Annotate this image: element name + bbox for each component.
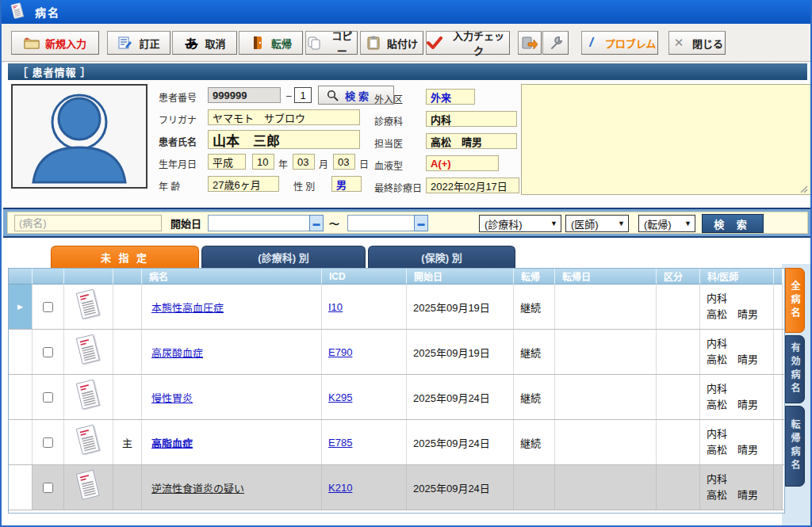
disease-name-link[interactable]: 本態性高血圧症: [151, 300, 224, 315]
table-row[interactable]: 逆流性食道炎の疑い K210 2025年09月24日 内科高松 晴男: [9, 465, 784, 510]
settings-wrench-button[interactable]: [542, 31, 569, 55]
table-row[interactable]: ▶ 本態性高血圧症 I10 2025年09月19日 継続 内科高松 晴男: [9, 285, 784, 330]
patient-name-label: 患者氏名: [159, 135, 197, 148]
disease-name-link[interactable]: 慢性胃炎: [151, 390, 193, 405]
disease-name-link[interactable]: 高尿酸血症: [151, 345, 203, 360]
side-tab-all-diseases[interactable]: 全病名: [785, 268, 805, 333]
kana-label: フリガナ: [159, 113, 197, 126]
visit-type-field[interactable]: 外来: [426, 89, 475, 105]
tab-unspecified[interactable]: 未 指 定: [51, 246, 199, 268]
insurance-form-icon[interactable]: [74, 469, 104, 506]
icd-cell: K295: [322, 375, 407, 419]
start-date-from-input[interactable]: [208, 215, 309, 231]
department-select[interactable]: (診療科)▼: [479, 215, 561, 232]
year-suffix: 年: [278, 157, 288, 170]
row-selector[interactable]: [9, 420, 33, 464]
branch-number-field[interactable]: 1: [294, 87, 312, 103]
disease-search-button[interactable]: 検 索: [702, 214, 764, 233]
birth-year-field[interactable]: 10: [252, 154, 274, 170]
start-date-to-picker: ▬: [347, 215, 428, 231]
row-selector[interactable]: ▶: [9, 285, 33, 329]
dept-doctor-cell: 内科高松 晴男: [700, 285, 774, 329]
input-check-button[interactable]: 入力チェック: [426, 31, 510, 55]
icd-link[interactable]: I10: [328, 301, 343, 313]
insurance-form-icon[interactable]: [74, 379, 104, 415]
icd-cell: E785: [322, 420, 407, 464]
doctor-field[interactable]: 高松 晴男: [426, 133, 517, 149]
patient-number-field[interactable]: 999999: [208, 87, 281, 103]
icd-link[interactable]: K295: [328, 391, 352, 403]
insurance-form-icon[interactable]: [74, 424, 104, 460]
outcome-date-cell: [555, 465, 657, 510]
blood-type-field[interactable]: A(+): [426, 155, 499, 171]
table-row[interactable]: 主 高脂血症 E785 2025年09月24日 継続 内科高松 晴男: [9, 420, 784, 465]
disease-name-link[interactable]: 高脂血症: [151, 435, 193, 450]
birth-day-field[interactable]: 03: [333, 154, 355, 170]
patient-photo: [11, 84, 147, 189]
birth-month-field[interactable]: 03: [293, 154, 315, 170]
row-selector[interactable]: [9, 465, 33, 510]
row-checkbox[interactable]: [43, 302, 53, 312]
doctor-select[interactable]: (医師)▼: [565, 215, 629, 232]
folder-icon: [24, 35, 40, 51]
paste-button[interactable]: 貼付け: [360, 31, 423, 55]
calendar-dropdown-icon[interactable]: ▬: [414, 215, 428, 231]
side-tab-outcome-diseases[interactable]: 転帰病名: [785, 406, 805, 487]
problem-label: プロブレム: [605, 36, 657, 51]
header-category: 区分: [657, 269, 700, 285]
age-label: 年 齢: [159, 179, 180, 193]
disease-name-link[interactable]: 逆流性食道炎の疑い: [151, 480, 244, 495]
outcome-date-cell: [555, 420, 657, 464]
sex-field[interactable]: 男: [331, 176, 362, 192]
chevron-down-icon: ▼: [684, 220, 691, 227]
side-tab-active-diseases[interactable]: 有効病名: [785, 335, 805, 403]
patient-memo[interactable]: [521, 84, 811, 195]
row-checkbox[interactable]: [43, 347, 53, 357]
start-date-to-input[interactable]: [347, 215, 414, 231]
row-checkbox[interactable]: [43, 392, 53, 403]
main-disease-flag: [113, 330, 142, 374]
cancel-button[interactable]: あ 取消: [172, 31, 237, 55]
day-suffix: 日: [359, 157, 369, 170]
problem-button[interactable]: / プロブレム: [581, 31, 658, 55]
icd-link[interactable]: E790: [328, 346, 352, 358]
disease-name-cell: 本態性高血圧症: [142, 285, 322, 329]
close-button[interactable]: ✕ 閉じる: [668, 31, 726, 55]
birth-era-field[interactable]: 平成: [208, 154, 246, 170]
dept-doctor-cell: 内科高松 晴男: [700, 330, 774, 374]
new-input-button[interactable]: 新規入力: [11, 31, 99, 55]
document-icon: [10, 2, 25, 21]
spacer-cell: [774, 330, 783, 374]
icd-link[interactable]: E785: [328, 437, 352, 449]
row-checkbox[interactable]: [43, 483, 53, 493]
export-button[interactable]: [518, 31, 542, 55]
tab-by-department[interactable]: (診療科) 別: [201, 246, 366, 268]
birth-label: 生年月日: [159, 157, 197, 170]
spacer-cell: [774, 375, 783, 419]
table-row[interactable]: 高尿酸血症 E790 2025年09月19日 継続 内科高松 晴男: [9, 330, 784, 375]
disease-name-input[interactable]: [14, 215, 162, 231]
table-row[interactable]: 慢性胃炎 K295 2025年09月24日 継続 内科高松 晴男: [9, 375, 784, 420]
row-checkbox[interactable]: [43, 437, 53, 448]
sex-label: 性 別: [293, 179, 315, 193]
calendar-dropdown-icon[interactable]: ▬: [309, 215, 324, 231]
outcome-date-cell: [555, 285, 657, 329]
tab-by-insurance[interactable]: (保険) 別: [368, 246, 515, 268]
correct-button[interactable]: 訂正: [107, 31, 170, 55]
start-date-label: 開始日: [170, 215, 201, 231]
insurance-form-icon[interactable]: [74, 334, 104, 370]
main-disease-flag: [113, 465, 142, 510]
outcome-button[interactable]: 転帰: [239, 31, 303, 55]
outcome-select[interactable]: (転帰)▼: [638, 215, 695, 232]
outcome-cell: [514, 465, 555, 510]
row-selector[interactable]: [9, 375, 33, 419]
disease-name-cell: 逆流性食道炎の疑い: [142, 465, 322, 510]
icd-link[interactable]: K210: [328, 482, 352, 494]
row-selector[interactable]: [9, 330, 33, 374]
department-field[interactable]: 内科: [426, 111, 517, 127]
copy-button[interactable]: コピー: [305, 31, 358, 55]
insurance-form-icon[interactable]: [74, 288, 104, 325]
kana-field[interactable]: ヤマモト サブロウ: [208, 109, 360, 125]
patient-name-field[interactable]: 山本 三郎: [208, 130, 360, 149]
resize-grip-icon[interactable]: [799, 184, 808, 193]
